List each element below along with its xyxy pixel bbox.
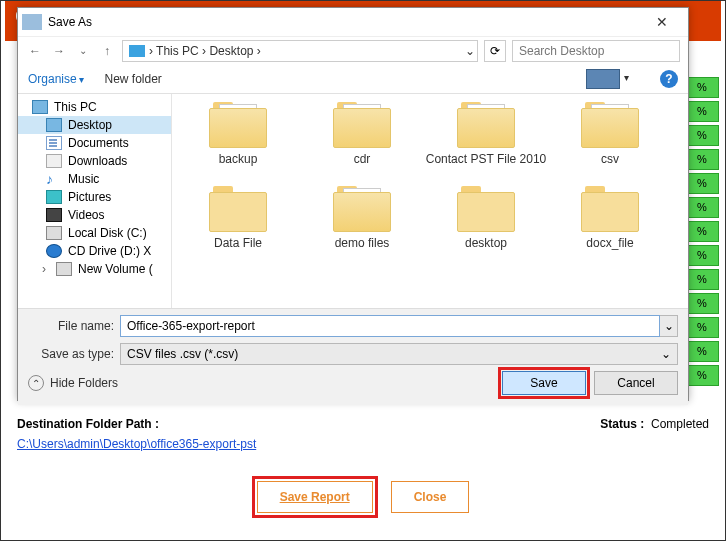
status-text: Status : Completed [600, 417, 709, 431]
save-as-dialog: Save As ✕ ← → ⌄ ↑ › This PC › Desktop › … [17, 7, 689, 401]
progress-cell: % [685, 149, 719, 170]
folder-item[interactable]: docx_file [548, 186, 672, 262]
desktop-icon [46, 118, 62, 132]
back-button[interactable]: ← [26, 42, 44, 60]
folder-item[interactable]: a csv [548, 102, 672, 178]
progress-cell: % [685, 269, 719, 290]
progress-cell: % [685, 245, 719, 266]
window-icon [22, 14, 42, 30]
folder-item[interactable]: backup [176, 102, 300, 178]
tree-local-disk[interactable]: Local Disk (C:) [18, 224, 171, 242]
documents-icon [46, 136, 62, 150]
progress-cell: % [685, 293, 719, 314]
progress-column: % % % % % % % % % % % % % [685, 77, 719, 389]
dialog-title: Save As [48, 15, 640, 29]
downloads-icon [46, 154, 62, 168]
file-name-dropdown[interactable]: ⌄ [660, 315, 678, 337]
tree-pictures[interactable]: Pictures [18, 188, 171, 206]
close-app-button[interactable]: Close [391, 481, 470, 513]
folder-item[interactable]: Data File [176, 186, 300, 262]
hide-folders-button[interactable]: ⌃ Hide Folders [28, 375, 118, 391]
save-button[interactable]: Save [502, 371, 586, 395]
command-bar: Organise New folder ? [18, 64, 688, 94]
refresh-button[interactable]: ⟳ [484, 40, 506, 62]
folder-label: cdr [300, 152, 424, 178]
new-folder-button[interactable]: New folder [104, 72, 161, 86]
up-button[interactable]: ↑ [98, 42, 116, 60]
folder-label: Data File [176, 236, 300, 262]
folder-label: backup [176, 152, 300, 178]
lower-panel: Destination Folder Path : C:\Users\admin… [17, 417, 709, 451]
cancel-button[interactable]: Cancel [594, 371, 678, 395]
destination-path-link[interactable]: C:\Users\admin\Desktop\office365-export-… [17, 437, 256, 451]
forward-button[interactable]: → [50, 42, 68, 60]
chevron-down-icon: ⌄ [661, 347, 671, 361]
expand-icon[interactable]: › [42, 262, 50, 276]
music-icon: ♪ [46, 172, 62, 186]
folder-item[interactable]: cdr [300, 102, 424, 178]
recent-locations-button[interactable]: ⌄ [74, 42, 92, 60]
progress-cell: % [685, 77, 719, 98]
file-name-label: File name: [28, 319, 120, 333]
breadcrumb-bar[interactable]: › This PC › Desktop › ⌄ [122, 40, 478, 62]
breadcrumb-text: › This PC › Desktop › [149, 44, 261, 58]
lower-buttons: Save Report Close [1, 481, 725, 513]
progress-cell: % [685, 341, 719, 362]
folder-item[interactable]: a demo files [300, 186, 424, 262]
videos-icon [46, 208, 62, 222]
save-type-select[interactable]: CSV files .csv (*.csv) ⌄ [120, 343, 678, 365]
progress-cell: % [685, 365, 719, 386]
pictures-icon [46, 190, 62, 204]
folder-label: demo files [300, 236, 424, 262]
tree-documents[interactable]: Documents [18, 134, 171, 152]
nav-tree[interactable]: This PC Desktop Documents Downloads ♪Mus… [18, 94, 172, 308]
this-pc-icon [129, 45, 145, 57]
drive-icon [56, 262, 72, 276]
cd-icon [46, 244, 62, 258]
drive-icon [46, 226, 62, 240]
tree-desktop[interactable]: Desktop [18, 116, 171, 134]
tree-videos[interactable]: Videos [18, 206, 171, 224]
folder-label: docx_file [548, 236, 672, 262]
progress-cell: % [685, 125, 719, 146]
save-report-button[interactable]: Save Report [257, 481, 373, 513]
save-type-label: Save as type: [28, 347, 120, 361]
tree-this-pc[interactable]: This PC [18, 98, 171, 116]
monitor-icon [32, 100, 48, 114]
nav-row: ← → ⌄ ↑ › This PC › Desktop › ⌄ ⟳ Search… [18, 36, 688, 64]
folder-label: desktop [424, 236, 548, 262]
progress-cell: % [685, 317, 719, 338]
breadcrumb-caret-icon[interactable]: ⌄ [465, 44, 475, 58]
help-button[interactable]: ? [660, 70, 678, 88]
dialog-body: This PC Desktop Documents Downloads ♪Mus… [18, 94, 688, 308]
close-button[interactable]: ✕ [640, 8, 684, 36]
folder-label: Contact PST File 2010 [424, 152, 548, 178]
file-list[interactable]: backup cdr O Contact PST File 2010 a csv [172, 94, 688, 308]
folder-item[interactable]: O Contact PST File 2010 [424, 102, 548, 178]
folder-item[interactable]: desktop [424, 186, 548, 262]
progress-cell: % [685, 221, 719, 242]
tree-downloads[interactable]: Downloads [18, 152, 171, 170]
search-input[interactable]: Search Desktop [512, 40, 680, 62]
dialog-bottom: File name: ⌄ Save as type: CSV files .cs… [18, 308, 688, 405]
view-options-button[interactable] [586, 69, 620, 89]
tree-music[interactable]: ♪Music [18, 170, 171, 188]
file-name-input[interactable] [120, 315, 660, 337]
folder-label: csv [548, 152, 672, 178]
chevron-up-icon: ⌃ [28, 375, 44, 391]
progress-cell: % [685, 173, 719, 194]
progress-cell: % [685, 197, 719, 218]
organise-menu[interactable]: Organise [28, 72, 84, 86]
tree-cd-drive[interactable]: CD Drive (D:) X [18, 242, 171, 260]
dialog-titlebar[interactable]: Save As ✕ [18, 8, 688, 36]
tree-new-volume[interactable]: ›New Volume ( [18, 260, 171, 278]
progress-cell: % [685, 101, 719, 122]
